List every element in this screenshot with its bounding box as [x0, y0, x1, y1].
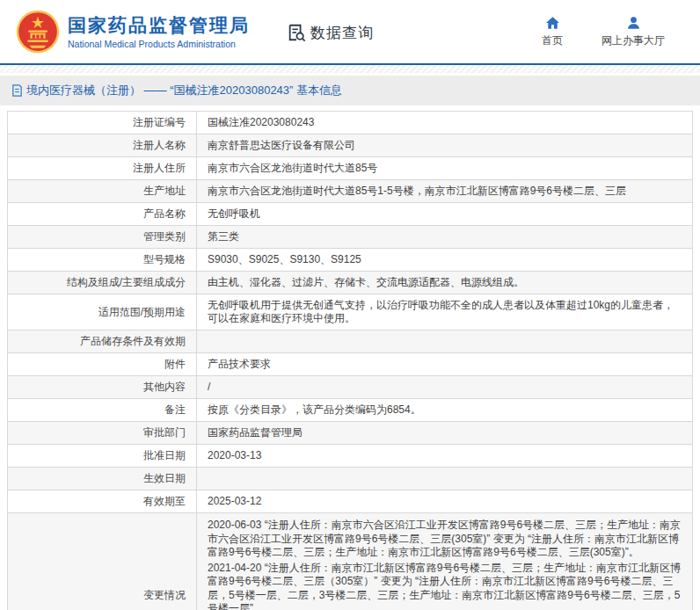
row-label: 备注: [8, 399, 197, 421]
table-row: 产品储存条件及有效期: [8, 330, 692, 352]
row-value: 无创呼吸机: [197, 203, 692, 225]
nav-item-label: 网上办事大厅: [602, 33, 665, 48]
table-row: 注册证编号国械注准20203080243: [8, 112, 692, 134]
row-value: 2020-06-03 “注册人住所：南京市六合区沿江工业开发区博富路9号6号楼二…: [197, 513, 692, 610]
breadcrumb: 境内医疗器械（注册） —— “国械注准20203080243” 基本信息: [0, 76, 700, 105]
row-label: 附件: [8, 353, 197, 375]
table-row: 附件产品技术要求: [8, 352, 692, 375]
logo-block: 国家药品监督管理局 National Medical Products Admi…: [16, 10, 250, 54]
table-row: 管理类别第三类: [8, 225, 692, 248]
row-label: 产品名称: [8, 203, 197, 225]
row-value: 按原《分类目录》，该产品分类编码为6854。: [197, 399, 692, 421]
table-row: 适用范围/预期用途无创呼吸机用于提供无创通气支持，以治疗呼吸功能不全的成人患者以…: [8, 294, 692, 330]
table-row: 生效日期: [8, 467, 692, 490]
row-label: 注册证编号: [8, 112, 197, 134]
breadcrumb-text: 境内医疗器械（注册） —— “国械注准20203080243” 基本信息: [26, 83, 342, 98]
row-value: [197, 468, 692, 490]
row-value: /: [197, 376, 692, 398]
row-label: 管理类别: [8, 226, 197, 248]
row-label: 其他内容: [8, 376, 197, 398]
nav-item-label: 首页: [542, 33, 563, 48]
table-row: 型号规格S9030、S9025、S9130、S9125: [8, 248, 692, 271]
table-row: 产品名称无创呼吸机: [8, 202, 692, 225]
row-label: 结构及组成/主要组成成分: [8, 272, 197, 294]
row-label: 型号规格: [8, 249, 197, 271]
data-query-icon: [287, 23, 306, 42]
row-label: 适用范围/预期用途: [8, 294, 197, 330]
row-label: 有效期至: [8, 490, 197, 512]
change-record: 2020-06-03 “注册人住所：南京市六合区沿江工业开发区博富路9号6号楼二…: [208, 519, 683, 560]
data-query-section: 数据查询: [287, 23, 374, 43]
national-emblem-icon: [16, 10, 60, 54]
table-row: 批准日期2020-03-13: [8, 444, 692, 467]
row-value: 南京市六合区龙池街道时代大道85号: [197, 157, 692, 179]
org-name-en: National Medical Products Administration: [68, 39, 250, 49]
row-label: 注册人名称: [8, 134, 197, 156]
row-value: 南京舒普思达医疗设备有限公司: [197, 134, 692, 156]
row-value: [197, 330, 692, 352]
table-row: 结构及组成/主要组成成分由主机、湿化器、过滤片、存储卡、交流电源适配器、电源线组…: [8, 271, 692, 294]
row-value: 南京市六合区龙池街道时代大道85号1-5号楼，南京市江北新区博富路9号6号楼二层…: [197, 180, 692, 202]
row-value: 第三类: [197, 226, 692, 248]
row-value: 2025-03-12: [197, 490, 692, 512]
header-nav: 首页 网上办事大厅: [542, 15, 684, 48]
org-name: 国家药品监督管理局: [68, 15, 250, 36]
info-table: 注册证编号国械注准20203080243注册人名称南京舒普思达医疗设备有限公司注…: [7, 111, 693, 610]
table-row: 变更情况2020-06-03 “注册人住所：南京市六合区沿江工业开发区博富路9号…: [8, 512, 692, 610]
table-row: 审批部门国家药品监督管理局: [8, 421, 692, 444]
row-label: 注册人住所: [8, 157, 197, 179]
table-row: 生产地址南京市六合区龙池街道时代大道85号1-5号楼，南京市江北新区博富路9号6…: [8, 179, 692, 202]
row-value: S9030、S9025、S9130、S9125: [197, 249, 692, 271]
document-icon: [11, 84, 23, 97]
table-row: 其他内容/: [8, 375, 692, 398]
nav-item-home[interactable]: 首页: [542, 15, 563, 48]
user-icon: [625, 15, 642, 31]
row-value: 国械注准20203080243: [197, 112, 692, 134]
row-label: 批准日期: [8, 445, 197, 467]
row-value: 2020-03-13: [197, 445, 692, 467]
table-row: 注册人名称南京舒普思达医疗设备有限公司: [8, 134, 692, 156]
row-label: 审批部门: [8, 422, 197, 444]
table-row: 有效期至2025-03-12: [8, 490, 692, 512]
row-label: 生效日期: [8, 468, 197, 490]
row-value: 由主机、湿化器、过滤片、存储卡、交流电源适配器、电源线组成。: [197, 272, 692, 294]
table-row: 备注按原《分类目录》，该产品分类编码为6854。: [8, 398, 692, 421]
row-label: 产品储存条件及有效期: [8, 330, 197, 352]
data-query-title: 数据查询: [310, 23, 374, 43]
page-header: 国家药品监督管理局 National Medical Products Admi…: [0, 0, 700, 63]
row-label: 生产地址: [8, 180, 197, 202]
hatch-strip: [0, 65, 700, 73]
row-value: 无创呼吸机用于提供无创通气支持，以治疗呼吸功能不全的成人患者以及体重超过10kg…: [197, 294, 692, 330]
change-record: 2021-04-20 “注册人住所：南京市江北新区博富路9号6号楼二层、三层；生…: [208, 562, 683, 610]
row-label: 变更情况: [8, 513, 197, 610]
nav-item-service-hall[interactable]: 网上办事大厅: [602, 15, 665, 48]
table-row: 注册人住所南京市六合区龙池街道时代大道85号: [8, 156, 692, 179]
row-value: 国家药品监督管理局: [197, 422, 692, 444]
row-value: 产品技术要求: [197, 353, 692, 375]
home-icon: [544, 15, 561, 31]
